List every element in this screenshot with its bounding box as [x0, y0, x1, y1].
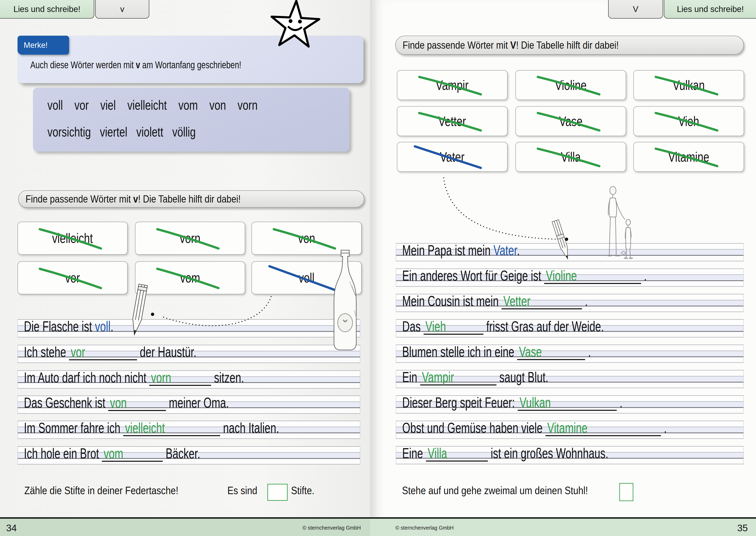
sentence-segment: saugt Blut.	[496, 369, 549, 385]
sentence-text: Obst und Gemüse haben viele Vitamine .	[402, 421, 667, 436]
instruction-bar-left: Finde passende Wörter mit v! Die Tabelle…	[18, 190, 364, 208]
answer-blank[interactable]: von	[108, 395, 166, 411]
writing-line-row: Die Flasche ist voll.	[17, 319, 360, 337]
answer-blank[interactable]: vor	[69, 345, 137, 360]
word-list-item: viel	[100, 98, 116, 113]
sentence-segment: Blumen stelle ich in eine	[402, 344, 517, 360]
word-table-cell-vase[interactable]: Vase	[516, 106, 626, 136]
answer-word-green: vorn	[151, 370, 171, 385]
answer-blank[interactable]: vorn	[149, 370, 211, 386]
word-table-cell-vulkan[interactable]: Vulkan	[633, 70, 744, 100]
writing-line-row: Eine Villa ist ein großes Wohnhaus.	[396, 446, 743, 464]
word-table-cell-vater[interactable]: Vater	[397, 142, 508, 172]
page-number-left: 34	[6, 522, 17, 534]
sentence-segment: Eine	[402, 445, 426, 461]
count-answer-box[interactable]	[268, 484, 288, 501]
sentence-text: Eine Villa ist ein großes Wohnhaus.	[402, 446, 608, 461]
writing-line-row: Ich stehe vor der Haustür.	[17, 345, 360, 363]
answer-blank[interactable]: Vetter	[502, 294, 582, 309]
word-table-cell-vom[interactable]: vom	[135, 261, 245, 294]
answer-word-green: Vase	[519, 344, 542, 360]
writing-line-row: Das Vieh frisst Gras auf der Weide.	[396, 319, 743, 337]
answer-blank[interactable]: Vitamine	[546, 421, 661, 436]
answer-blank[interactable]: vielleicht	[123, 421, 220, 436]
tab-label: Lies und schreibe!	[677, 5, 744, 14]
answer-blank[interactable]: Vase	[517, 345, 585, 360]
writing-line-row: Das Geschenk ist von meiner Oma.	[17, 395, 360, 414]
word-table-cell-vor[interactable]: vor	[17, 261, 128, 294]
word-list-item: violett	[136, 124, 163, 139]
word-table-cell-vorn[interactable]: vorn	[135, 222, 245, 255]
word-list-item: vom	[178, 98, 198, 113]
sentence-segment: Mein Cousin ist mein	[402, 293, 502, 309]
task-text-right: Stehe auf und gehe zweimal um deinen Stu…	[402, 482, 588, 499]
sentence-segment: Dieser Berg speit Feuer:	[402, 394, 518, 411]
word-table-cell-von[interactable]: von	[252, 222, 362, 255]
sentence-segment: Im Auto darf ich noch nicht	[24, 370, 149, 385]
sentence-segment: .	[582, 293, 588, 309]
sentence-segment: .	[110, 318, 113, 335]
green-strike-mark	[516, 107, 626, 136]
answer-word-green: Villa	[428, 445, 447, 461]
writing-line-row: Ein Vampir saugt Blut.	[396, 370, 743, 388]
green-strike-mark	[136, 222, 245, 254]
word-table-cell-vitamine[interactable]: Vitamine	[633, 142, 744, 172]
check-answer-box[interactable]	[619, 483, 633, 501]
word-table-cell-vampir[interactable]: Vampir	[397, 70, 508, 100]
blue-strike-mark	[397, 142, 507, 171]
writing-line-row: Ich hole ein Brot vom Bäcker.	[17, 446, 360, 464]
sentence-text: Blumen stelle ich in eine Vase .	[402, 345, 591, 360]
answer-word-green: Vetter	[503, 293, 530, 309]
tab-label: Lies und schreibe!	[14, 5, 80, 14]
writing-line-row: Mein Papa ist mein Vater.	[396, 243, 743, 261]
answer-word-green: Vieh	[425, 318, 446, 335]
word-table-cell-villa[interactable]: Villa	[516, 142, 626, 172]
green-strike-mark	[136, 262, 245, 294]
word-table-cell-vetter[interactable]: Vetter	[397, 106, 508, 136]
green-strike-mark	[634, 142, 743, 171]
answer-word-blue: voll	[95, 318, 111, 335]
sentence-text: Das Vieh frisst Gras auf der Weide.	[402, 319, 604, 335]
word-list-item: vorsichtig	[47, 124, 91, 139]
sentence-text: Im Sommer fahre ich vielleicht nach Ital…	[24, 421, 279, 436]
merke-text-after: am Wortanfang geschrieben!	[140, 59, 241, 70]
answer-blank[interactable]: vom	[102, 446, 163, 462]
answer-word-green: vielleicht	[125, 420, 165, 436]
word-table-cell-voll[interactable]: voll	[252, 261, 362, 294]
tab-lies-und-schreibe-left: Lies und schreibe!	[0, 0, 94, 18]
green-strike-mark	[516, 142, 626, 171]
writing-line-row: Dieser Berg speit Feuer: Vulkan .	[396, 395, 743, 414]
answer-word-green: Vulkan	[520, 394, 551, 411]
blue-strike-mark	[252, 262, 361, 294]
answer-blank[interactable]: Violine	[544, 269, 641, 284]
green-strike-mark	[18, 262, 127, 294]
word-table-cell-violine[interactable]: Violine	[516, 70, 626, 100]
instr-after: ! Die Tabelle hilft dir dabei!	[138, 193, 241, 205]
task-answer-after: Stifte.	[291, 482, 314, 499]
tab-letter-v-left: v	[95, 0, 149, 18]
instruction-bar-right: Finde passende Wörter mit V! Die Tabelle…	[395, 36, 744, 55]
sentence-text: Im Auto darf ich noch nicht vorn sitzen.	[24, 370, 244, 386]
answer-blank[interactable]: Vampir	[420, 370, 496, 385]
answer-word-green: Vitamine	[547, 420, 587, 436]
word-list-box: vollvorvielvielleichtvomvonvorn vorsicht…	[33, 88, 349, 151]
answer-blank[interactable]: Vulkan	[518, 395, 616, 411]
instruction-text: Finde passende Wörter mit V! Die Tabelle…	[395, 40, 619, 50]
answer-blank[interactable]: Vieh	[424, 319, 484, 335]
word-list-item: vor	[75, 98, 89, 113]
word-list-item: vorn	[237, 98, 258, 113]
instr-bold: v	[133, 193, 138, 205]
instr-after: ! Die Tabelle hilft dir dabei!	[516, 39, 619, 51]
tab-label: v	[120, 5, 124, 14]
writing-line-row: Im Auto darf ich noch nicht vorn sitzen.	[17, 370, 360, 388]
merke-text: Auch diese Wörter werden mit v am Wortan…	[30, 60, 241, 70]
task-answer-before: Es sind	[227, 482, 257, 499]
answer-word-green: vor	[71, 344, 85, 360]
word-table-cell-vieh[interactable]: Vieh	[633, 106, 744, 136]
answer-blank[interactable]: Villa	[426, 446, 488, 461]
sentence-segment: ist ein großes Wohnhaus.	[488, 445, 608, 461]
sentence-segment: .	[616, 394, 622, 411]
answer-word-green: Violine	[546, 268, 577, 284]
word-table-cell-vielleicht[interactable]: vielleicht	[17, 222, 128, 255]
sentence-text: Mein Papa ist mein Vater.	[402, 243, 520, 257]
